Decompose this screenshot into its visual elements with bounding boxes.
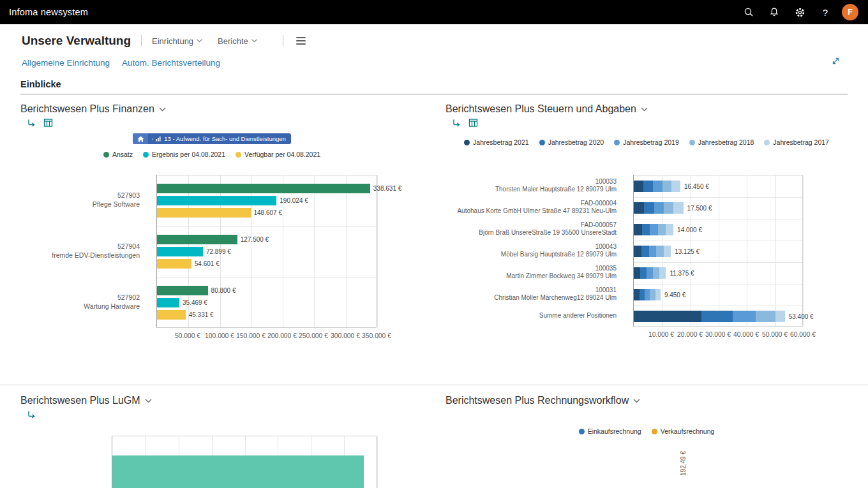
- gridline: [747, 175, 747, 326]
- bar-segment[interactable]: [649, 246, 657, 257]
- menu-berichte[interactable]: Berichte: [218, 36, 257, 46]
- finanzen-xaxis: 50.000 €100.000 €150.000 €200.000 €250.0…: [156, 328, 377, 342]
- bar-segment[interactable]: [733, 311, 756, 322]
- bar-segment[interactable]: [650, 224, 657, 235]
- bar-segment[interactable]: [756, 311, 775, 322]
- hamburger-menu-icon[interactable]: [294, 34, 308, 47]
- bar-segment[interactable]: [659, 267, 666, 279]
- stacked-bar[interactable]: [634, 311, 785, 322]
- link-autom-berichtsverteilung[interactable]: Autom. Berichtsverteilung: [122, 58, 220, 68]
- bell-icon[interactable]: [761, 0, 787, 24]
- bar[interactable]: [157, 247, 203, 256]
- bar-segment[interactable]: [656, 246, 664, 257]
- avatar[interactable]: F: [842, 4, 858, 20]
- bar-segment[interactable]: [634, 311, 701, 322]
- stacked-bar[interactable]: [634, 224, 673, 235]
- app-title: Infoma newsystem: [9, 7, 88, 17]
- bar-segment[interactable]: [653, 267, 659, 279]
- legend-item[interactable]: Ergebnis per 04.08.2021: [143, 151, 225, 158]
- gear-icon[interactable]: [787, 0, 812, 24]
- bar-segment[interactable]: [664, 246, 671, 257]
- card-rechnungsworkflow-title[interactable]: Berichtswesen Plus Rechnungsworkflow: [445, 394, 848, 407]
- bar-segment[interactable]: [634, 202, 644, 214]
- legend-item[interactable]: Verkaufsrechnung: [652, 427, 715, 435]
- bar-segment[interactable]: [647, 267, 653, 279]
- card-lugm-title[interactable]: Berichtswesen Plus LuGM: [20, 394, 445, 407]
- category-label: 100033Thorsten Maler Hauptstraße 12 8907…: [445, 175, 633, 196]
- search-icon[interactable]: [736, 0, 761, 24]
- menu-einrichtung[interactable]: Einrichtung: [152, 36, 202, 46]
- bar-value-label: 148.607 €: [254, 209, 283, 216]
- menu-label: Berichte: [218, 36, 248, 46]
- bar-segment[interactable]: [671, 181, 680, 192]
- bar[interactable]: [157, 310, 186, 320]
- report-icon[interactable]: [468, 118, 478, 128]
- bar[interactable]: [157, 298, 179, 307]
- divider: [141, 35, 142, 47]
- bar-segment[interactable]: [654, 202, 664, 214]
- drilldown-icon[interactable]: [27, 118, 36, 128]
- legend-item[interactable]: Ansatz: [103, 151, 133, 158]
- bar[interactable]: [157, 184, 370, 193]
- bar-segment[interactable]: [641, 246, 649, 257]
- bar-segment[interactable]: [701, 311, 733, 322]
- bar-segment[interactable]: [658, 224, 666, 235]
- bar-segment[interactable]: [650, 289, 655, 300]
- legend-item[interactable]: Jahresbetrag 2020: [539, 138, 604, 146]
- bar-segment[interactable]: [644, 202, 654, 214]
- bar-segment[interactable]: [662, 181, 671, 192]
- bar-value-label: 11.375 €: [670, 270, 694, 277]
- legend-item[interactable]: Jahresbetrag 2019: [614, 138, 679, 146]
- finanzen-legend: AnsatzErgebnis per 04.08.2021Verfügbar p…: [20, 150, 403, 159]
- x-tick-label: 20.000 €: [677, 331, 703, 338]
- gridline: [377, 175, 378, 327]
- row-separator: [634, 240, 802, 241]
- bar-segment[interactable]: [640, 267, 647, 279]
- drilldown-icon[interactable]: [452, 118, 461, 128]
- legend-item[interactable]: Einkaufsrechnung: [579, 427, 641, 435]
- stacked-bar[interactable]: [634, 246, 671, 257]
- drilldown-icon[interactable]: [27, 410, 36, 420]
- legend-item[interactable]: Jahresbetrag 2017: [764, 138, 829, 146]
- stacked-bar[interactable]: [634, 289, 661, 300]
- collapse-icon[interactable]: [832, 56, 840, 68]
- legend-item[interactable]: Verfügbar per 04.08.2021: [236, 151, 320, 158]
- bar-segment[interactable]: [673, 202, 683, 214]
- bar-segment[interactable]: [775, 311, 785, 322]
- bar-segment[interactable]: [642, 224, 650, 235]
- bar-segment[interactable]: [653, 181, 662, 192]
- link-allgemeine-einrichtung[interactable]: Allgemeine Einrichtung: [22, 58, 110, 68]
- home-icon[interactable]: [133, 133, 148, 144]
- bar-segment[interactable]: [664, 202, 673, 214]
- legend-item[interactable]: Jahresbetrag 2021: [464, 138, 529, 146]
- bar[interactable]: [157, 286, 208, 295]
- stacked-bar[interactable]: [634, 202, 684, 214]
- x-tick-label: 10.000 €: [648, 331, 674, 338]
- bar-segment[interactable]: [645, 289, 650, 300]
- stacked-bar[interactable]: [634, 181, 680, 192]
- bar-segment[interactable]: [634, 224, 642, 235]
- bar-segment[interactable]: [643, 181, 653, 192]
- bar[interactable]: [157, 196, 276, 205]
- legend-item[interactable]: Jahresbetrag 2018: [689, 138, 754, 146]
- bar-segment[interactable]: [634, 289, 640, 300]
- bar[interactable]: [112, 455, 364, 488]
- stacked-bar[interactable]: [634, 267, 666, 279]
- report-icon[interactable]: [43, 118, 53, 128]
- bar-segment[interactable]: [634, 181, 643, 192]
- bar-segment[interactable]: [634, 267, 640, 279]
- company-name[interactable]: Unsere Verwaltung: [22, 34, 131, 48]
- card-steuern-title[interactable]: Berichtswesen Plus Steuern und Abgaben: [445, 103, 848, 115]
- bar-segment[interactable]: [666, 224, 673, 235]
- bar-segment[interactable]: [634, 246, 641, 257]
- bar[interactable]: [157, 208, 251, 218]
- card-finanzen-title[interactable]: Berichtswesen Plus Finanzen: [20, 103, 445, 115]
- bar[interactable]: [157, 259, 191, 269]
- category-label: FAD-000057Björn Braß UnsereStraße 19 355…: [445, 218, 633, 240]
- card-steuern: Berichtswesen Plus Steuern und Abgaben J…: [445, 103, 848, 385]
- help-icon[interactable]: ?: [812, 0, 838, 24]
- bar[interactable]: [157, 235, 237, 244]
- bar-segment[interactable]: [655, 289, 661, 300]
- bar-segment[interactable]: [640, 289, 645, 300]
- breadcrumb[interactable]: › 13 - Aufwend. für Sach- und Dienstleis…: [133, 133, 291, 144]
